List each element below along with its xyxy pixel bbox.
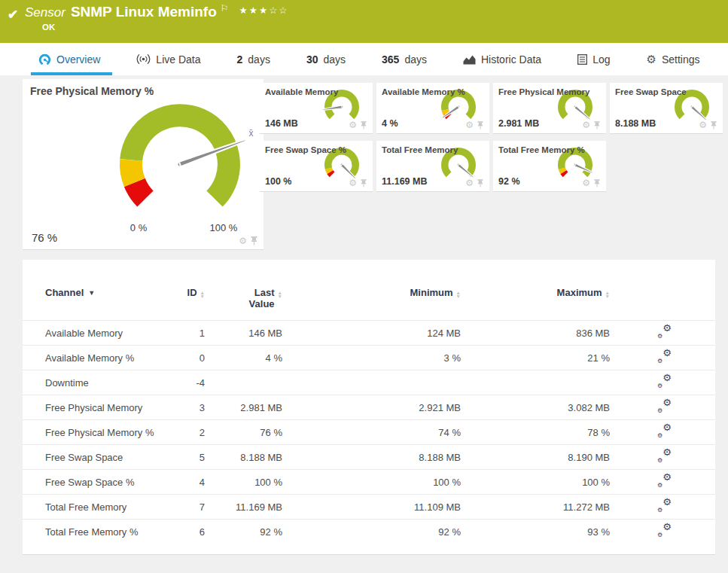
- chart-icon: [463, 54, 476, 65]
- tab-range-number: 30: [306, 53, 318, 66]
- gauge-icon: [38, 53, 51, 66]
- channel-actions: ⚙⚙: [616, 420, 715, 445]
- tab-log[interactable]: Log: [573, 43, 614, 75]
- channel-table-card: Channel▼ID▲▼Last Value▲▼Minimum▲▼Maximum…: [23, 260, 715, 555]
- channel-id: 0: [166, 346, 211, 370]
- channel-last: [211, 370, 288, 395]
- tab-live-data[interactable]: Live Data: [132, 43, 205, 75]
- edit-channel-gears-icon[interactable]: ⚙⚙: [657, 400, 672, 413]
- gear-icon[interactable]: ⚙: [582, 178, 590, 187]
- edit-channel-gears-icon[interactable]: ⚙⚙: [657, 375, 672, 388]
- column-header-max[interactable]: Maximum▲▼: [467, 282, 616, 321]
- card-corner-icons: ⚙: [582, 120, 600, 130]
- column-header-min[interactable]: Minimum▲▼: [288, 282, 467, 321]
- pin-icon[interactable]: [594, 179, 600, 187]
- svg-text:x̄: x̄: [248, 128, 253, 139]
- gear-icon: ⚙: [646, 53, 656, 66]
- column-header-id[interactable]: ID▲▼: [166, 282, 211, 321]
- column-header-last[interactable]: Last Value▲▼: [211, 282, 288, 321]
- channel-actions: ⚙⚙: [616, 520, 715, 544]
- channel-max: 93 %: [467, 520, 616, 544]
- table-row: Free Swap Space58.188 MB8.188 MB8.190 MB…: [23, 445, 715, 470]
- gear-icon[interactable]: ⚙: [465, 120, 474, 130]
- gear-icon[interactable]: ⚙: [699, 120, 707, 130]
- table-row: Available Memory1146 MB124 MB836 MB⚙⚙: [23, 321, 715, 346]
- log-icon: [577, 54, 587, 65]
- channel-id: -4: [166, 370, 211, 395]
- edit-channel-gears-icon[interactable]: ⚙⚙: [657, 325, 672, 338]
- channel-id: 1: [166, 321, 211, 346]
- gear-icon[interactable]: ⚙: [349, 120, 357, 130]
- tab-settings[interactable]: ⚙Settings: [641, 43, 704, 75]
- edit-channel-gears-icon[interactable]: ⚙⚙: [657, 499, 672, 512]
- channel-id: 3: [166, 395, 211, 420]
- tab-label: Log: [592, 53, 610, 66]
- channel-id: 2: [166, 420, 211, 445]
- pin-icon[interactable]: [251, 236, 257, 245]
- sort-desc-icon: ▼: [88, 289, 95, 297]
- pin-icon[interactable]: [361, 121, 367, 130]
- gauge-value: 76 %: [32, 231, 57, 244]
- tab-label: days: [323, 53, 346, 66]
- column-header-actions: [616, 282, 715, 321]
- channel-last: 146 MB: [211, 321, 288, 346]
- gauge-card: Available Memory146 MB⚙: [260, 83, 373, 134]
- channel-last: 76 %: [211, 420, 288, 445]
- gauge-title: Free Physical Memory: [498, 87, 589, 96]
- gear-icon[interactable]: ⚙: [465, 178, 474, 187]
- edit-channel-gears-icon[interactable]: ⚙⚙: [657, 350, 672, 363]
- edit-channel-gears-icon[interactable]: ⚙⚙: [657, 474, 672, 487]
- pin-icon[interactable]: [477, 121, 483, 130]
- channel-max: 11.272 MB: [467, 495, 616, 520]
- edit-channel-gears-icon[interactable]: ⚙⚙: [657, 524, 672, 537]
- tab-label: Settings: [662, 53, 700, 66]
- column-header-channel[interactable]: Channel▼: [23, 282, 166, 321]
- channel-last: 2.981 MB: [211, 395, 288, 420]
- card-corner-icons: ⚙: [349, 178, 367, 187]
- pin-icon[interactable]: [594, 121, 600, 130]
- gear-icon[interactable]: ⚙: [239, 236, 247, 245]
- channel-actions: ⚙⚙: [616, 346, 715, 370]
- channel-id: 5: [166, 445, 211, 470]
- channel-min: 8.188 MB: [288, 445, 467, 470]
- channel-name: Total Free Memory: [23, 495, 166, 520]
- pin-icon[interactable]: [361, 179, 367, 187]
- table-row: Total Free Memory711.169 MB11.109 MB11.2…: [23, 495, 715, 520]
- gauge-title: Total Free Memory: [382, 145, 458, 154]
- channel-name: Free Physical Memory: [23, 395, 166, 420]
- main-gauge-card: Free Physical Memory % x̄ 0 % 100 % 76 %…: [23, 79, 263, 250]
- ok-check-icon: ✔: [8, 7, 18, 23]
- gauge-value: 4 %: [382, 118, 398, 129]
- gear-icon[interactable]: ⚙: [582, 120, 590, 130]
- star-rating[interactable]: ★★★☆☆: [239, 5, 289, 16]
- tab-historic-data[interactable]: Historic Data: [458, 43, 546, 75]
- pin-icon[interactable]: [711, 121, 717, 130]
- table-row: Free Physical Memory %276 %74 %78 %⚙⚙: [23, 420, 715, 445]
- channel-last: 100 %: [211, 470, 288, 495]
- channel-name: Downtime: [23, 370, 166, 395]
- channel-actions: ⚙⚙: [616, 370, 715, 395]
- tab-30-days[interactable]: 30days: [302, 43, 350, 75]
- channel-max: 100 %: [467, 470, 616, 495]
- overview-content: Free Physical Memory % x̄ 0 % 100 % 76 %…: [0, 75, 728, 573]
- gauge-title: Free Physical Memory %: [30, 85, 154, 97]
- sensor-title: SNMP Linux Meminfo: [71, 4, 217, 20]
- channel-last: 11.169 MB: [211, 495, 288, 520]
- tab-365-days[interactable]: 365days: [377, 43, 431, 75]
- tab-2-days[interactable]: 2days: [233, 43, 275, 75]
- edit-channel-gears-icon[interactable]: ⚙⚙: [657, 425, 672, 437]
- gear-icon[interactable]: ⚙: [349, 178, 357, 187]
- edit-channel-gears-icon[interactable]: ⚙⚙: [657, 450, 672, 462]
- pin-icon[interactable]: [477, 179, 483, 187]
- gauge-title: Available Memory: [265, 87, 338, 96]
- channel-actions: ⚙⚙: [616, 445, 715, 470]
- gauge-max-label: 100 %: [201, 222, 246, 233]
- channel-name: Available Memory: [23, 321, 166, 346]
- channel-max: 78 %: [467, 420, 616, 445]
- channel-actions: ⚙⚙: [616, 470, 715, 495]
- gauge-title: Free Swap Space %: [265, 145, 346, 154]
- sensor-header: ✔ SensorSNMP Linux Meminfo⚐★★★☆☆ OK: [0, 0, 728, 43]
- channel-name: Free Swap Space %: [23, 470, 166, 495]
- table-row: Total Free Memory %692 %92 %93 %⚙⚙: [23, 520, 715, 544]
- tab-overview[interactable]: Overview: [34, 43, 105, 75]
